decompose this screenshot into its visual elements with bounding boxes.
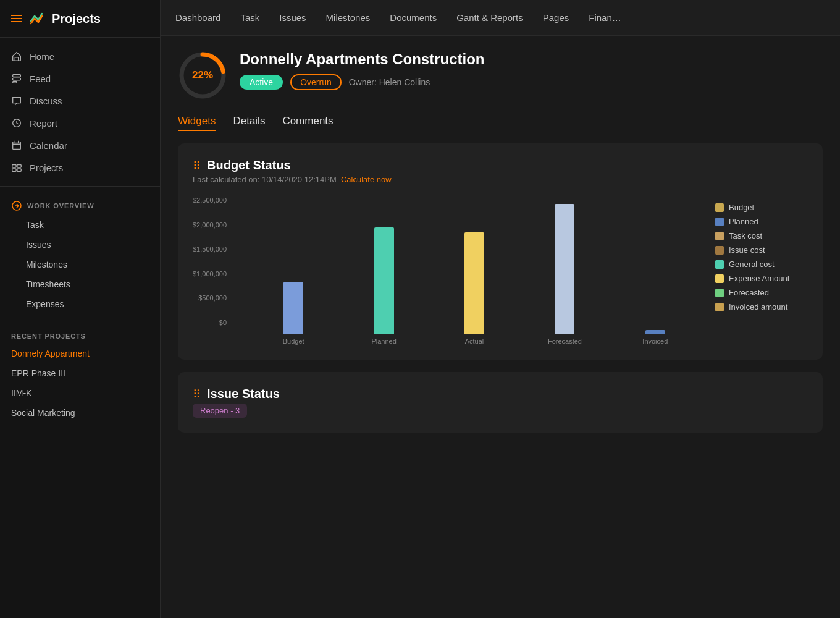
chart-container: $2,500,000 $2,000,000 $1,500,000 $1,000,…	[193, 197, 700, 345]
collapse-icon	[11, 200, 22, 211]
y-label-5: $0	[219, 319, 227, 326]
bar-label-budget: Budget	[283, 337, 304, 345]
legend-swatch-general-cost	[715, 260, 724, 269]
project-name: Donnelly Apartments Construction	[240, 51, 484, 68]
tab-comments[interactable]: Comments	[282, 115, 333, 131]
svg-rect-4	[13, 142, 21, 150]
issue-widget-dots-icon: ⠿	[193, 387, 201, 401]
nav-dashboard[interactable]: Dashboard	[175, 10, 220, 25]
y-label-3: $1,000,000	[193, 270, 227, 277]
y-label-2: $1,500,000	[193, 245, 227, 253]
sidebar: Projects Home Feed Discuss Report Calend…	[0, 0, 161, 618]
tabs: Widgets Details Comments	[178, 115, 823, 131]
chart-legend: Budget Planned Task cost Issue cost	[715, 197, 808, 345]
status-badge-overrun: Overrun	[290, 74, 342, 90]
svg-rect-6	[17, 165, 21, 168]
nav-gantt[interactable]: Gantt & Reports	[456, 10, 523, 25]
legend-invoiced-amount: Invoiced amount	[715, 302, 808, 311]
recent-item-epr[interactable]: EPR Phase III	[0, 363, 160, 383]
bar-planned	[374, 227, 394, 334]
bar-group-actual: Actual	[429, 204, 519, 345]
legend-swatch-planned	[715, 218, 724, 226]
budget-title: Budget Status	[207, 158, 291, 172]
svg-rect-5	[12, 165, 16, 168]
legend-issue-cost: Issue cost	[715, 245, 808, 255]
sidebar-item-milestones[interactable]: Milestones	[0, 255, 160, 274]
sidebar-item-expenses[interactable]: Expenses	[0, 294, 160, 314]
legend-planned: Planned	[715, 217, 808, 226]
nav-task[interactable]: Task	[240, 10, 259, 25]
bar-actual	[464, 232, 484, 334]
sidebar-item-timesheets[interactable]: Timesheets	[0, 274, 160, 294]
sidebar-item-task[interactable]: Task	[0, 215, 160, 235]
nav-pages[interactable]: Pages	[543, 10, 569, 25]
recent-projects-section: RECENT PROJECTS Donnely Appartment EPR P…	[0, 324, 160, 428]
budget-widget: ⠿ Budget Status Last calculated on: 10/1…	[178, 143, 823, 360]
calendar-icon	[11, 140, 22, 151]
bar-group-budget: Budget	[248, 204, 338, 345]
bar-label-actual: Actual	[465, 337, 484, 345]
issue-title-row: ⠿ Issue Status	[193, 387, 808, 401]
recent-item-iimk[interactable]: IIM-K	[0, 383, 160, 403]
work-overview-header[interactable]: WORK OVERVIEW	[0, 197, 160, 215]
legend-swatch-budget	[715, 203, 724, 212]
bar-group-forecasted: Forecasted	[519, 204, 610, 345]
issue-title: Issue Status	[207, 387, 280, 401]
legend-forecasted: Forecasted	[715, 288, 808, 297]
recent-item-donnely[interactable]: Donnely Appartment	[0, 344, 160, 363]
sidebar-item-report[interactable]: Report	[0, 112, 160, 134]
recent-item-social[interactable]: Social Marketing	[0, 403, 160, 423]
bar-forecasted	[555, 204, 574, 334]
bar-label-invoiced: Invoiced	[642, 337, 668, 345]
sidebar-item-home[interactable]: Home	[0, 45, 160, 67]
nav-milestones[interactable]: Milestones	[326, 10, 371, 25]
reopen-badge: Reopen - 3	[193, 404, 247, 418]
bar-budget	[284, 282, 303, 334]
sidebar-item-projects[interactable]: Projects	[0, 156, 160, 179]
project-badges: Active Overrun Owner: Helen Collins	[240, 74, 484, 90]
feed-icon	[11, 73, 22, 84]
legend-swatch-invoiced	[715, 303, 724, 311]
tab-widgets[interactable]: Widgets	[178, 115, 216, 131]
recent-label: RECENT PROJECTS	[0, 329, 160, 344]
sidebar-item-issues[interactable]: Issues	[0, 235, 160, 255]
bar-group-planned: Planned	[338, 204, 429, 345]
chart-area: $2,500,000 $2,000,000 $1,500,000 $1,000,…	[193, 197, 808, 345]
svg-rect-1	[13, 78, 21, 80]
calculate-now-link[interactable]: Calculate now	[341, 175, 392, 184]
widget-dots-icon: ⠿	[193, 159, 201, 172]
bar-label-forecasted: Forecasted	[548, 337, 582, 345]
content-area: 22% Donnelly Apartments Construction Act…	[161, 36, 840, 618]
legend-swatch-forecasted	[715, 289, 724, 297]
budget-title-row: ⠿ Budget Status	[193, 158, 808, 172]
legend-swatch-task-cost	[715, 232, 724, 240]
sidebar-nav: Home Feed Discuss Report Calendar Projec…	[0, 38, 160, 187]
svg-rect-7	[12, 169, 16, 172]
issue-widget: ⠿ Issue Status Reopen - 3	[178, 372, 823, 433]
status-badge-active: Active	[240, 75, 283, 90]
nav-documents[interactable]: Documents	[390, 10, 437, 25]
y-label-0: $2,500,000	[193, 197, 227, 204]
main: Dashboard Task Issues Milestones Documen…	[161, 0, 840, 618]
tab-details[interactable]: Details	[233, 115, 265, 131]
sidebar-item-discuss[interactable]: Discuss	[0, 90, 160, 112]
bar-label-planned: Planned	[371, 337, 396, 345]
legend-budget: Budget	[715, 203, 808, 212]
y-label-1: $2,000,000	[193, 221, 227, 229]
budget-subtitle: Last calculated on: 10/14/2020 12:14PM C…	[193, 175, 808, 184]
nav-finan[interactable]: Finan…	[589, 10, 621, 25]
legend-task-cost: Task cost	[715, 231, 808, 240]
hamburger-icon[interactable]	[11, 15, 22, 22]
discuss-icon	[11, 95, 22, 106]
svg-rect-2	[13, 82, 17, 83]
legend-expense-amount: Expense Amount	[715, 274, 808, 283]
sidebar-header: Projects	[0, 0, 160, 38]
sidebar-item-calendar[interactable]: Calendar	[0, 134, 160, 156]
svg-rect-8	[17, 169, 21, 172]
bar-group-invoiced: Invoiced	[610, 204, 700, 345]
sidebar-item-feed[interactable]: Feed	[0, 67, 160, 90]
nav-issues[interactable]: Issues	[279, 10, 306, 25]
progress-value: 22%	[192, 69, 213, 82]
issue-preview: Reopen - 3	[193, 404, 808, 418]
project-header: 22% Donnelly Apartments Construction Act…	[178, 51, 823, 100]
